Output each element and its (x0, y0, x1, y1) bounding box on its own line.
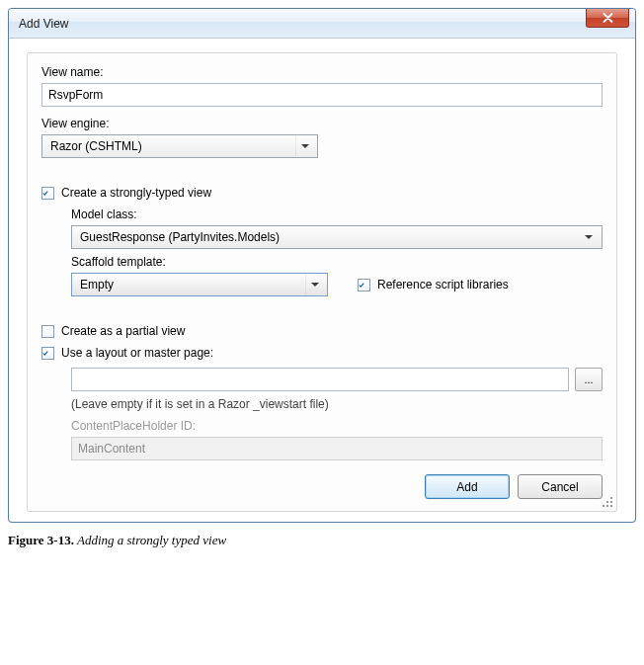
close-icon (603, 13, 613, 23)
chevron-down-icon (301, 144, 309, 148)
view-name-input[interactable] (41, 83, 603, 107)
window-title: Add View (19, 17, 68, 31)
content-placeholder-label: ContentPlaceHolder ID: (71, 419, 603, 433)
add-button[interactable]: Add (425, 474, 510, 499)
use-layout-checkbox[interactable] (41, 347, 54, 360)
layout-hint: (Leave empty if it is set in a Razor _vi… (71, 397, 603, 411)
strongly-typed-label: Create a strongly-typed view (61, 186, 211, 200)
figure-text: Adding a strongly typed view (74, 533, 226, 547)
dialog-body: View name: View engine: Razor (CSHTML) C… (27, 52, 617, 512)
scaffold-template-value: Empty (80, 278, 114, 291)
reference-scripts-checkbox[interactable] (358, 279, 370, 291)
browse-layout-button[interactable]: ... (575, 368, 603, 391)
partial-view-label: Create as a partial view (61, 324, 185, 338)
figure-number: Figure 3-13. (8, 533, 74, 547)
cancel-button[interactable]: Cancel (518, 474, 603, 499)
partial-view-checkbox[interactable] (41, 325, 54, 338)
content-placeholder-input (71, 437, 603, 460)
strongly-typed-checkbox[interactable] (41, 187, 54, 200)
model-class-dropdown[interactable]: GuestResponse (PartyInvites.Models) (71, 225, 603, 249)
use-layout-label: Use a layout or master page: (61, 346, 213, 360)
model-class-label: Model class: (71, 208, 603, 221)
view-engine-label: View engine: (41, 117, 603, 130)
figure-caption: Figure 3-13. Adding a strongly typed vie… (8, 533, 636, 548)
model-class-value: GuestResponse (PartyInvites.Models) (80, 230, 280, 244)
view-name-label: View name: (41, 65, 603, 79)
scaffold-template-label: Scaffold template: (71, 255, 603, 269)
layout-path-input[interactable] (71, 368, 569, 391)
chevron-down-icon (585, 235, 593, 239)
chevron-down-icon (311, 283, 319, 287)
titlebar: Add View (9, 9, 635, 39)
add-view-dialog: Add View View name: View engine: Razor (… (8, 8, 636, 523)
scaffold-template-dropdown[interactable]: Empty (71, 273, 328, 296)
resize-grip[interactable] (602, 496, 613, 508)
view-engine-dropdown[interactable]: Razor (CSHTML) (41, 134, 318, 158)
close-button[interactable] (586, 9, 629, 28)
reference-scripts-label: Reference script libraries (377, 278, 509, 291)
view-engine-value: Razor (CSHTML) (50, 139, 142, 153)
